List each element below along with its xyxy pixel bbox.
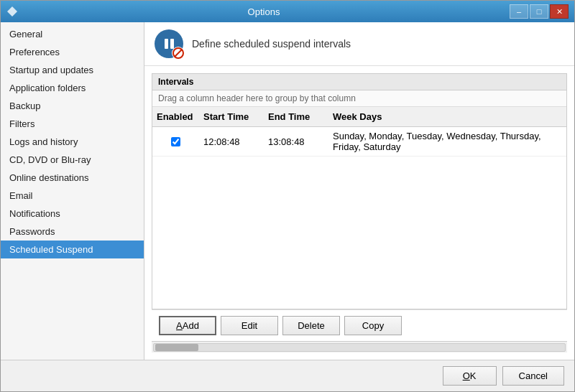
svg-line-2 [175,50,182,57]
maximize-button[interactable]: □ [530,4,548,19]
minimize-button[interactable]: – [510,4,528,19]
sidebar-item-scheduled-suspend[interactable]: Scheduled Suspend [1,241,144,258]
window-controls: – □ ✕ [510,4,569,19]
ok-button[interactable]: OK [443,366,497,386]
panel-header: Define scheduled suspend intervals [144,22,574,66]
start-time-cell: 12:08:48 [199,135,264,149]
sidebar-item-online-dest[interactable]: Online destinations [1,169,144,187]
col-header-enabled: Enabled [152,110,199,123]
col-header-start: Start Time [199,110,264,123]
sidebar-item-startup[interactable]: Startup and updates [1,61,144,79]
sidebar-item-passwords[interactable]: Passwords [1,223,144,241]
title-bar-left [6,6,18,17]
enabled-checkbox[interactable] [171,137,180,146]
content-area: GeneralPreferencesStartup and updatesApp… [1,22,574,360]
sidebar-item-preferences[interactable]: Preferences [1,43,144,61]
cancel-button[interactable]: Cancel [502,366,564,386]
close-button[interactable]: ✕ [550,4,569,19]
no-symbol-icon [172,47,185,60]
footer: OK Cancel [1,360,574,391]
add-label: Add [183,320,199,331]
sidebar-item-email[interactable]: Email [1,187,144,205]
delete-button[interactable]: Delete [282,316,340,335]
table-header: Enabled Start Time End Time Week Days [152,107,566,127]
options-window: Options – □ ✕ GeneralPreferencesStartup … [0,0,575,392]
copy-button[interactable]: Copy [344,316,402,335]
scrollbar-track[interactable] [153,343,566,352]
col-header-days: Week Days [328,110,566,123]
add-button[interactable]: AAdd [159,316,216,335]
scrollbar-thumb[interactable] [155,344,198,351]
end-time-cell: 13:08:48 [264,135,328,149]
col-header-end: End Time [264,110,328,123]
enabled-cell[interactable] [152,136,199,148]
table-row: 12:08:48 13:08:48 Sunday, Monday, Tuesda… [152,127,566,157]
sidebar-item-general[interactable]: General [1,25,144,43]
sidebar-item-app-folders[interactable]: Application folders [1,79,144,97]
drag-hint: Drag a column header here to group by th… [152,90,566,107]
panel-title: Define scheduled suspend intervals [192,38,351,50]
table-container: Drag a column header here to group by th… [152,90,567,309]
sidebar-item-logs[interactable]: Logs and history [1,133,144,151]
horizontal-scrollbar[interactable] [152,341,567,353]
panel-icon-container [155,29,183,58]
data-table: Enabled Start Time End Time Week Days 12… [152,107,566,309]
title-bar: Options – □ ✕ [1,1,574,22]
svg-marker-0 [7,6,17,17]
window-title: Options [18,6,510,17]
main-panel: Define scheduled suspend intervals Inter… [144,22,574,360]
sidebar-item-filters[interactable]: Filters [1,115,144,133]
intervals-header: Intervals [152,73,567,90]
sidebar-item-cd-dvd[interactable]: CD, DVD or Blu-ray [1,151,144,169]
sidebar-item-backup[interactable]: Backup [1,97,144,115]
sidebar-item-notifications[interactable]: Notifications [1,205,144,223]
edit-button[interactable]: Edit [221,316,278,335]
action-buttons: AAdd Edit Delete Copy [152,309,567,341]
sidebar: GeneralPreferencesStartup and updatesApp… [1,22,144,360]
intervals-section: Intervals Drag a column header here to g… [144,66,574,360]
week-days-cell: Sunday, Monday, Tuesday, Wednesday, Thur… [328,129,566,154]
window-icon [6,6,18,17]
